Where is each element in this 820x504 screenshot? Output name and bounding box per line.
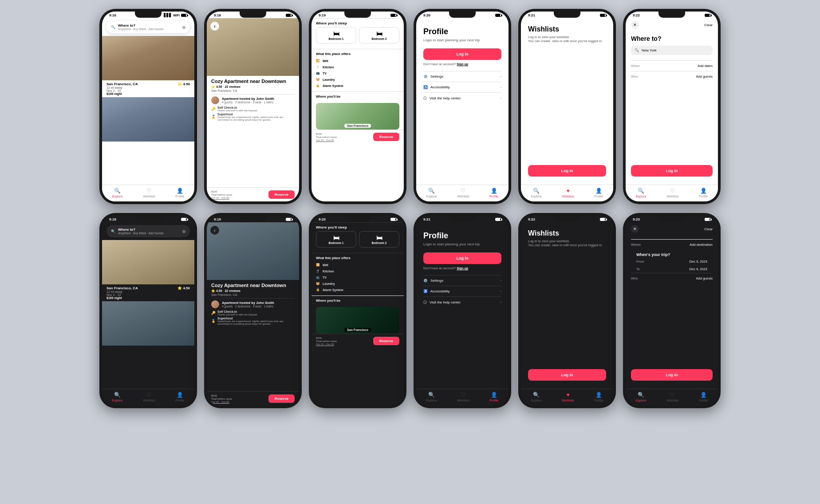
host-info: Apartment hosted by John Smith 4 guests … <box>211 94 295 104</box>
back-button[interactable]: ‹ <box>210 22 219 31</box>
phone-search-light: 9:22 ✕ Clear Where to? 🔍 New York <box>623 9 721 204</box>
signup-link[interactable]: Sign up <box>457 63 468 66</box>
search-text: Where to? Anywhere · Any Week · Add Gues… <box>118 24 180 31</box>
nav-profile[interactable]: 👤 Profile <box>175 188 184 198</box>
nav-wishlist[interactable]: ♡ Wishlists <box>666 188 679 198</box>
from-label: From <box>636 260 644 264</box>
when-row[interactable]: When Add dates <box>631 60 713 71</box>
login-button[interactable]: Log in <box>528 369 606 381</box>
nav-wishlist[interactable]: ♥ Wishlists <box>562 392 574 402</box>
search-bar[interactable]: 🔍 Where to? Anywhere · Any Week · Add Gu… <box>106 225 190 237</box>
nav-wishlist[interactable]: ♡ Wishlists <box>457 188 469 198</box>
detail-screen: ‹ Cozy Apartment near Downtown ⭐ 4.50 · … <box>207 18 299 201</box>
nav-explore[interactable]: 🔍 Explore <box>426 188 437 198</box>
where-row-dark[interactable]: Where Add destination <box>631 239 713 250</box>
search-bar[interactable]: 🔍 Where to? Anywhere · Any Week · Add Gu… <box>106 21 190 33</box>
nav-explore[interactable]: 🔍 Explore <box>531 188 542 198</box>
search-text: Where to? Anywhere · Any Week · Add Gues… <box>118 228 180 235</box>
search-screen: ✕ Clear Where to? 🔍 New York When Add da… <box>626 18 718 185</box>
close-button[interactable]: ✕ <box>631 21 639 29</box>
wifi-item: 📶 Wifi <box>316 262 399 268</box>
time: 9:18 <box>214 13 221 17</box>
search-overlay-content: Where to? 🔍 New York When Add dates Who … <box>626 32 718 165</box>
login-button[interactable]: Log in <box>423 252 501 264</box>
from-row[interactable]: From Dec 9, 2023 <box>636 258 707 265</box>
help-menu-item[interactable]: ⓘ Visit the help center › <box>423 296 501 308</box>
laundry-item: 🧺 Laundry <box>316 76 399 83</box>
phone-explore-dark: 9:18 🔍 Where to? Anywhere · Any Week · A… <box>99 213 197 408</box>
listing-distance: 12 mi away <box>106 290 190 293</box>
battery-icon <box>600 218 606 221</box>
nav-wishlist[interactable]: ♡ Wishlists <box>143 392 155 402</box>
sleep-title: Where you'll sleep <box>316 21 399 25</box>
accessibility-left: ♿ Accessibility <box>423 85 450 89</box>
reserve-button[interactable]: Reserve <box>268 190 295 199</box>
superhost-sub: Superhosts are experienced, highly rated… <box>217 320 295 325</box>
nav-profile[interactable]: 👤 Profile <box>699 188 708 198</box>
nav-wishlist[interactable]: ♥ Wishlists <box>562 188 574 198</box>
clear-button[interactable]: Clear <box>704 23 713 27</box>
search-overlay-dark: Where Add destination When's your trip? … <box>626 236 718 369</box>
filter-icon[interactable]: ◎ <box>182 25 185 29</box>
search-header-dark: ✕ Clear <box>626 222 718 236</box>
nav-explore[interactable]: 🔍 Explore <box>531 392 542 402</box>
chevron-icon: › <box>500 300 501 304</box>
reserve-button[interactable]: Reserve <box>373 133 399 141</box>
nav-explore[interactable]: 🔍 Explore <box>112 392 123 402</box>
nav-profile[interactable]: 👤 Profile <box>489 188 498 198</box>
back-button[interactable]: ‹ <box>210 226 219 235</box>
search-screen-dark: ✕ Clear Where Add destination When's you… <box>626 222 718 389</box>
host-avatar <box>211 96 219 104</box>
login-button[interactable]: Log in <box>423 48 501 60</box>
sleep-section: Where you'll sleep 🛏 Bedroom 1 🛏 Bedroom… <box>311 18 404 49</box>
nav-explore[interactable]: 🔍 Explore <box>636 392 647 402</box>
nav-wishlist[interactable]: ♡ Wishlists <box>143 188 155 198</box>
login-section: Log in <box>521 165 613 185</box>
to-row[interactable]: To Dec 9, 2023 <box>636 265 707 273</box>
who-row[interactable]: Who Add guests <box>631 71 713 82</box>
settings-menu-item[interactable]: ⚙️ Settings › <box>423 275 501 286</box>
nav-profile[interactable]: 👤 Profile <box>699 392 708 402</box>
help-menu-item[interactable]: ⓘ Visit the help center › <box>423 92 501 104</box>
wishlist-screen: Wishlists Log in to view your wishlists … <box>521 18 613 185</box>
reserve-button[interactable]: Reserve <box>268 394 295 403</box>
listing-info-1-dark: San Francisco, CA ⭐ 4.50 12 mi away Nov … <box>102 284 194 301</box>
search-header: ✕ Clear <box>626 18 718 32</box>
nav-profile[interactable]: 👤 Profile <box>175 392 184 402</box>
offers-title: What this place offers <box>316 52 399 56</box>
battery-icon <box>286 14 292 17</box>
nav-explore[interactable]: 🔍 Explore <box>112 188 123 198</box>
phone-detail-light: 9:18 ‹ Cozy Apartment near Downtown ⭐ 4.… <box>204 9 302 204</box>
profile-icon: 👤 <box>491 188 497 194</box>
login-button[interactable]: Log in <box>631 165 713 177</box>
offers-section-dark: What this place offers 📶 Wifi 🍴 Kitchen … <box>311 253 404 295</box>
listing-rating: ⭐ 4.50 <box>177 286 190 290</box>
nav-profile[interactable]: 👤 Profile <box>489 392 498 402</box>
notch <box>449 12 476 18</box>
laundry-icon: 🧺 <box>316 282 320 285</box>
close-button[interactable]: ✕ <box>631 225 639 233</box>
who-row-dark[interactable]: Who Add guests <box>631 273 713 284</box>
nav-wishlist[interactable]: ♡ Wishlists <box>457 392 469 402</box>
clear-button[interactable]: Clear <box>704 227 713 231</box>
destination-input[interactable]: 🔍 New York <box>631 46 713 55</box>
nav-explore[interactable]: 🔍 Explore <box>426 392 437 402</box>
settings-menu-item[interactable]: ⚙️ Settings › <box>423 71 501 82</box>
status-icons <box>600 14 606 17</box>
search-icon: 🔍 <box>111 25 115 29</box>
nav-explore[interactable]: 🔍 Explore <box>636 188 647 198</box>
accessibility-menu-item[interactable]: ♿ Accessibility › <box>423 82 501 92</box>
nav-profile[interactable]: 👤 Profile <box>594 188 603 198</box>
login-button[interactable]: Log in <box>528 165 606 177</box>
phone-profile-light: 9:20 Profile Login to start planning you… <box>414 9 511 204</box>
filter-icon[interactable]: ◎ <box>182 229 185 233</box>
signup-link[interactable]: Sign up <box>457 267 468 270</box>
price-display: $500 Total before taxes Oct 15 - Oct 20 <box>211 190 232 199</box>
bottom-nav-dark: 🔍 Explore ♡ Wishlists 👤 Profile <box>102 389 194 406</box>
accessibility-menu-item[interactable]: ♿ Accessibility › <box>423 286 501 296</box>
login-button[interactable]: Log in <box>631 369 713 381</box>
nav-wishlist[interactable]: ♡ Wishlists <box>666 392 679 402</box>
nav-profile[interactable]: 👤 Profile <box>594 392 603 402</box>
phone-wishlist-dark: 9:22 Wishlists Log in to view your wishl… <box>518 213 616 408</box>
reserve-button[interactable]: Reserve <box>373 337 399 345</box>
